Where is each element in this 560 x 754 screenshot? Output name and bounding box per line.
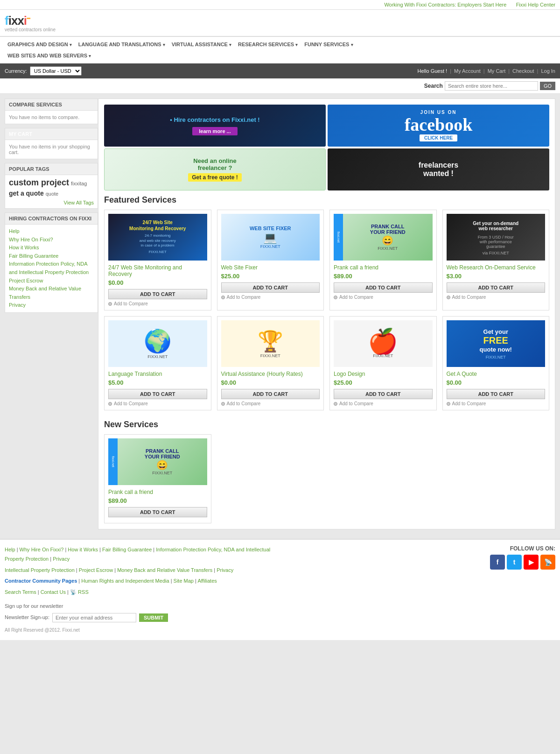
quote-banner[interactable]: Need an online freelancer ? Get a free q… (104, 148, 326, 190)
product-price-quote: $0.00 (447, 379, 546, 386)
nav-virtual[interactable]: VIRTUAL ASSISTANCE ▾ (169, 40, 234, 49)
compare-label-4[interactable]: Add to Compare (452, 295, 486, 300)
footer-contact[interactable]: Contact Us (41, 589, 66, 595)
nav-language[interactable]: LANGUAGE AND TRANSLATIONS ▾ (76, 40, 168, 49)
hiring-money[interactable]: Money Back and Relative Value Transfers (9, 285, 94, 301)
product-name-webfixer: Web Site Fixer (221, 264, 320, 271)
newsletter-email[interactable] (52, 613, 136, 622)
product-research: Get your on-demandweb researcher From 3 … (442, 210, 550, 310)
compare-label-6[interactable]: Add to Compare (227, 401, 261, 406)
add-cart-virtual[interactable]: ADD TO CART (221, 389, 320, 399)
footer-affiliates[interactable]: Affiliates (197, 578, 217, 584)
freelancer-banner[interactable]: freelancers wanted ! (328, 148, 549, 190)
hiring-why[interactable]: Why Hire On Fixxi? (9, 236, 94, 244)
hiring-privacy[interactable]: Privacy (9, 301, 94, 310)
product-name-language: Language Translation (108, 371, 207, 377)
hiring-how[interactable]: How it Works (9, 244, 94, 252)
product-logo: 🍎 FIXXI.NET Logo Design $25.00 ADD TO CA… (329, 316, 437, 410)
product-price-virtual: $0.00 (221, 379, 320, 386)
hiring-protection[interactable]: Information Protection Policy, NDA and I… (9, 260, 94, 276)
add-cart-logo[interactable]: ADD TO CART (334, 389, 433, 399)
footer-privacy2[interactable]: Privacy (217, 567, 233, 573)
search-button[interactable]: GO (540, 82, 555, 90)
compare-label-5[interactable]: Add to Compare (114, 401, 148, 406)
footer-escrow[interactable]: Project Escrow (79, 567, 113, 573)
product-img-research: Get your on-demandweb researcher From 3 … (447, 214, 546, 261)
footer-sitemap[interactable]: Site Map (174, 578, 194, 584)
my-account-link[interactable]: My Account (454, 68, 481, 74)
product-price-247: $0.00 (108, 279, 207, 286)
compare-label-8[interactable]: Add to Compare (452, 401, 486, 406)
logo-sub: vetted contractors online (5, 27, 56, 32)
add-cart-webfixer[interactable]: ADD TO CART (221, 282, 320, 293)
currency-label: Currency: (5, 68, 27, 74)
newsletter-section: Sign up for our newsletter Newsletter Si… (5, 602, 285, 622)
hiring-billing[interactable]: Fair Billing Guarantee (9, 252, 94, 261)
cart-title: MY CART (5, 128, 98, 140)
hire-banner[interactable]: • Hire contractors on Fixxi.net ! learn … (104, 105, 326, 147)
add-cart-prank-new[interactable]: ADD TO CART (108, 507, 207, 517)
hiring-escrow[interactable]: Project Escrow (9, 277, 94, 285)
nav-websites[interactable]: WEB SITES AND WEB SERVERS ▾ (5, 51, 94, 60)
my-cart-link[interactable]: My Cart (488, 68, 506, 74)
footer-rss[interactable]: RSS (78, 589, 89, 595)
help-center-link[interactable]: Fixxi Help Center (516, 2, 555, 7)
compare-dot-2 (221, 296, 225, 299)
compare-language: Add to Compare (108, 401, 207, 406)
logo[interactable]: fixxi••• vetted contractors online (5, 14, 56, 32)
hiring-help[interactable]: Help (9, 227, 94, 236)
footer-ip[interactable]: Intellectual Property Protection (5, 567, 75, 573)
compare-label-2[interactable]: Add to Compare (227, 295, 261, 300)
footer-search[interactable]: Search Terms (5, 589, 36, 595)
product-price-language: $5.00 (108, 379, 207, 386)
facebook-social-icon[interactable]: f (490, 555, 505, 570)
tag-fixxitag[interactable]: fixxitag (71, 181, 87, 186)
compare-dot-6 (221, 402, 225, 406)
add-cart-research[interactable]: ADD TO CART (447, 282, 546, 293)
compare-dot-3 (334, 296, 337, 299)
newsletter-submit[interactable]: SUBMIT (139, 613, 168, 622)
nav-funny[interactable]: FUNNY SERVICES ▾ (301, 40, 356, 49)
top-bar: Working With Fixxi Contractors: Employer… (0, 0, 560, 10)
facebook-banner[interactable]: JOIN US ON facebook CLICK HERE (328, 105, 549, 147)
login-link[interactable]: Log In (541, 68, 555, 74)
greeting: Hello Guest ! (418, 68, 448, 74)
compare-virtual: Add to Compare (221, 401, 320, 406)
footer-privacy[interactable]: Privacy (53, 556, 70, 562)
footer-billing[interactable]: Fair Billing Guarantee (102, 547, 152, 552)
employers-link[interactable]: Working With Fixxi Contractors: Employer… (384, 2, 506, 7)
tag-quote[interactable]: quote (46, 191, 59, 197)
search-input[interactable] (445, 81, 538, 91)
hiring-title: HIRING CONTRACTORS ON FIXXI (5, 213, 98, 225)
add-cart-language[interactable]: ADD TO CART (108, 389, 207, 399)
currency-select[interactable]: US Dollar - USD (30, 66, 82, 76)
youtube-social-icon[interactable]: ▶ (524, 555, 539, 570)
twitter-social-icon[interactable]: t (507, 555, 522, 570)
add-cart-247[interactable]: ADD TO CART (108, 289, 207, 299)
sidebar: COMPARE SERVICES You have no items to co… (5, 99, 98, 529)
add-cart-quote[interactable]: ADD TO CART (447, 389, 546, 399)
header: fixxi••• vetted contractors online (0, 10, 560, 36)
tags-content: custom project fixxitag get a quote quot… (5, 175, 98, 200)
tag-get-quote[interactable]: get a quote (9, 190, 44, 197)
compare-label-7[interactable]: Add to Compare (339, 401, 373, 406)
compare-label-3[interactable]: Add to Compare (339, 295, 373, 300)
compare-label[interactable]: Add to Compare (114, 301, 148, 306)
newsletter-signup-label: Newsletter Sign-up: (5, 613, 49, 622)
view-all-tags-link[interactable]: View All Tags (5, 200, 98, 208)
compare-quote: Add to Compare (447, 401, 546, 406)
footer-human[interactable]: Human Rights and Independent Media (81, 578, 169, 584)
footer-money[interactable]: Money Back and Relative Value Transfers (117, 567, 212, 573)
footer-how[interactable]: How it Works (68, 547, 98, 552)
footer-why[interactable]: Why Hire On Fixxi? (20, 547, 64, 552)
nav-research[interactable]: RESEARCH SERVICES ▾ (235, 40, 301, 49)
nav-graphics[interactable]: GRAPHICS AND DESIGN ▾ (5, 40, 75, 49)
checkout-link[interactable]: Checkout (512, 68, 534, 74)
hiring-links: Help Why Hire On Fixxi? How it Works Fai… (5, 225, 98, 312)
footer-contractor[interactable]: Contractor Community Pages (5, 578, 77, 584)
compare-dot (108, 302, 112, 306)
add-cart-prank[interactable]: ADD TO CART (334, 282, 433, 293)
footer-help[interactable]: Help (5, 547, 15, 552)
tag-custom-project[interactable]: custom project (9, 178, 69, 188)
rss-social-icon[interactable]: 📡 (540, 555, 555, 570)
